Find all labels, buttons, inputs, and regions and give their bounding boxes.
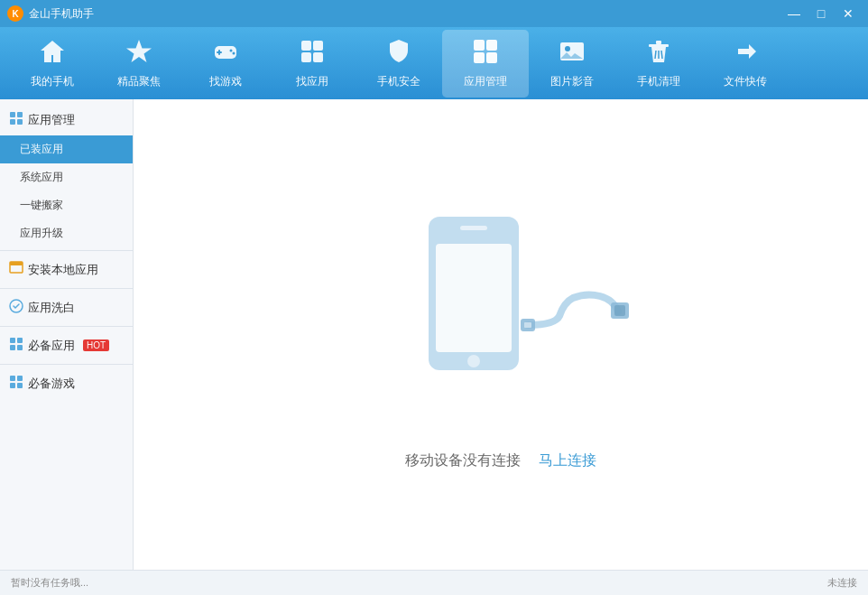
sidebar-app-management-label: 应用管理 [28, 112, 75, 128]
clean-icon [644, 37, 673, 70]
app-manage-icon [471, 37, 500, 70]
main-layout: 应用管理 已装应用 系统应用 一键搬家 应用升级 安装本地应用 [0, 99, 868, 570]
app-title: 金山手机助手 [29, 6, 94, 22]
svg-rect-34 [10, 383, 15, 388]
essential-games-label: 必备游戏 [28, 376, 75, 392]
essential-apps-icon [9, 337, 23, 354]
nav-item-my-phone[interactable]: 我的手机 [9, 30, 96, 98]
svg-rect-35 [17, 383, 23, 388]
title-bar-left: K 金山手机助手 [7, 5, 94, 22]
svg-rect-22 [17, 112, 23, 117]
svg-rect-11 [486, 40, 497, 51]
sidebar-section-essential-games[interactable]: 必备游戏 [0, 367, 133, 399]
svg-rect-10 [474, 40, 485, 51]
star-icon [125, 37, 153, 70]
svg-rect-32 [10, 376, 15, 381]
svg-point-15 [565, 46, 570, 51]
sidebar-section-app-clean[interactable]: 应用洗白 [0, 292, 133, 323]
connect-illustration [356, 199, 645, 433]
svg-rect-28 [10, 338, 15, 343]
svg-rect-9 [313, 52, 323, 62]
install-local-icon [9, 261, 23, 278]
app-upgrade-label: 应用升级 [20, 226, 63, 241]
svg-rect-26 [10, 262, 23, 265]
nav-bar: 我的手机 精品聚焦 找游戏 [0, 27, 868, 99]
transfer-icon [731, 37, 760, 70]
nav-item-file-transfer[interactable]: 文件快传 [702, 30, 789, 98]
nav-label-app-manage: 应用管理 [464, 74, 507, 89]
svg-rect-29 [17, 338, 23, 343]
svg-marker-0 [126, 40, 152, 62]
photo-icon [558, 37, 586, 70]
security-icon [384, 37, 413, 70]
title-bar: K 金山手机助手 — □ ✕ [0, 0, 868, 27]
svg-rect-33 [17, 376, 23, 381]
sidebar-divider-4 [0, 364, 133, 365]
nav-item-phone-clean[interactable]: 手机清理 [615, 30, 702, 98]
svg-rect-37 [436, 244, 512, 352]
svg-rect-23 [10, 119, 15, 125]
svg-point-39 [467, 355, 480, 367]
nav-label-file-transfer: 文件快传 [724, 74, 767, 89]
nav-item-phone-security[interactable]: 手机安全 [356, 30, 442, 98]
sidebar-item-one-click-move[interactable]: 一键搬家 [0, 191, 133, 219]
window-controls: — □ ✕ [781, 4, 861, 23]
system-apps-label: 系统应用 [20, 170, 63, 185]
sidebar-divider-3 [0, 326, 133, 327]
status-left-text: 暂时没有任务哦... [11, 576, 88, 590]
sidebar-item-app-upgrade[interactable]: 应用升级 [0, 219, 133, 247]
svg-rect-16 [656, 41, 661, 44]
nav-label-my-phone: 我的手机 [31, 74, 74, 89]
svg-rect-6 [301, 41, 311, 51]
nav-item-featured[interactable]: 精品聚焦 [96, 30, 182, 98]
find-app-icon [298, 37, 327, 70]
status-bar: 暂时没有任务哦... 未连接 [0, 570, 868, 595]
nav-item-find-game[interactable]: 找游戏 [182, 30, 269, 98]
sidebar-item-installed-apps[interactable]: 已装应用 [0, 135, 133, 163]
nav-label-featured: 精品聚焦 [117, 74, 161, 89]
sidebar: 应用管理 已装应用 系统应用 一键搬家 应用升级 安装本地应用 [0, 99, 134, 570]
app-logo: K [7, 5, 23, 22]
svg-rect-17 [649, 44, 669, 47]
svg-rect-8 [301, 52, 311, 62]
connect-link[interactable]: 马上连接 [539, 451, 596, 470]
svg-rect-24 [17, 119, 23, 125]
logo-text: K [12, 9, 18, 19]
nav-item-find-app[interactable]: 找应用 [269, 30, 356, 98]
svg-rect-7 [313, 41, 323, 51]
essential-apps-label: 必备应用 [28, 338, 75, 354]
nav-item-photo-video[interactable]: 图片影音 [529, 30, 615, 98]
svg-rect-41 [524, 322, 531, 328]
sidebar-section-install-local[interactable]: 安装本地应用 [0, 254, 133, 285]
svg-line-20 [661, 51, 662, 59]
installed-apps-label: 已装应用 [20, 142, 63, 157]
content-area: 移动设备没有连接 马上连接 [134, 99, 868, 570]
install-local-label: 安装本地应用 [28, 262, 98, 278]
sidebar-item-system-apps[interactable]: 系统应用 [0, 163, 133, 191]
app-manage-sidebar-icon [9, 111, 23, 128]
svg-rect-13 [486, 52, 497, 63]
svg-rect-12 [474, 52, 485, 63]
app-clean-label: 应用洗白 [28, 300, 75, 316]
svg-rect-38 [460, 226, 487, 230]
essential-games-icon [9, 375, 23, 392]
hot-badge: HOT [83, 339, 109, 351]
nav-label-photo-video: 图片影音 [550, 74, 594, 89]
nav-label-find-app: 找应用 [296, 74, 328, 89]
sidebar-section-essential-apps[interactable]: 必备应用 HOT [0, 330, 133, 361]
svg-rect-31 [17, 345, 23, 350]
nav-item-app-manage[interactable]: 应用管理 [442, 30, 529, 98]
sidebar-section-app-management[interactable]: 应用管理 [0, 104, 133, 135]
svg-rect-21 [10, 112, 15, 117]
minimize-button[interactable]: — [781, 4, 807, 23]
app-clean-icon [9, 299, 23, 316]
status-right-text: 未连接 [827, 576, 857, 590]
gamepad-icon [211, 37, 240, 70]
maximize-button[interactable]: □ [808, 4, 834, 23]
svg-rect-43 [614, 305, 625, 316]
home-icon [38, 37, 67, 70]
svg-rect-3 [217, 51, 222, 53]
sidebar-divider-1 [0, 250, 133, 251]
close-button[interactable]: ✕ [836, 4, 861, 23]
one-click-move-label: 一键搬家 [20, 198, 63, 213]
